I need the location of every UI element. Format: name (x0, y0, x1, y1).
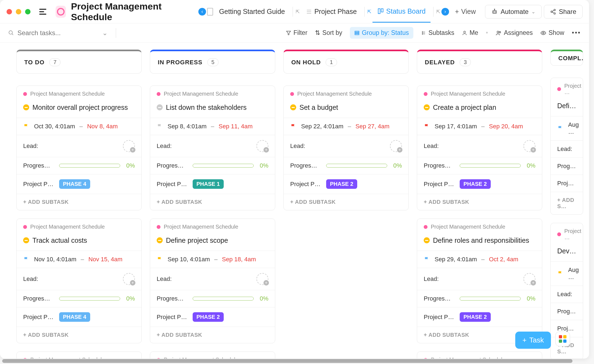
apps-button[interactable] (555, 332, 570, 346)
group-icon (354, 30, 360, 36)
task-card[interactable]: Project Management Schedule Create a pro… (417, 86, 542, 210)
flag-icon (23, 256, 29, 263)
add-subtask-button[interactable]: + ADD SUBTASK (424, 199, 469, 205)
subtasks-icon (421, 30, 426, 36)
add-subtask-button[interactable]: + ADD SUBTASK (424, 332, 469, 338)
column-header[interactable]: COMPL… (550, 50, 583, 66)
assignee-placeholder-icon[interactable] (256, 273, 268, 285)
task-card[interactable]: Project Management Schedule Ensure plan … (16, 351, 142, 359)
svg-line-13 (552, 10, 554, 11)
share-icon (550, 9, 556, 15)
svg-line-16 (12, 34, 13, 35)
collapse-icon[interactable]: ⇱ (436, 9, 440, 15)
column-header[interactable]: DELAYED 3 (417, 50, 542, 74)
phase-badge: PHASE 4 (59, 312, 90, 322)
add-subtask-button[interactable]: + ADD SUBTASK (157, 199, 202, 205)
svg-point-27 (543, 32, 544, 34)
add-view-button[interactable]: + View (450, 5, 481, 18)
task-card[interactable]: Project Management Schedule Allocate pro… (150, 351, 275, 359)
project-dot-icon (424, 358, 428, 359)
list-icon (306, 8, 312, 15)
fab-container: +Task (515, 332, 570, 349)
status-icon (290, 104, 296, 110)
minimize-window-icon[interactable] (16, 9, 21, 14)
progress-bar (193, 164, 254, 168)
tab-getting-started[interactable]: Getting Started Guide (214, 5, 290, 18)
plus-icon: + (522, 336, 526, 344)
task-card[interactable]: Project Management Schedule Track actual… (16, 219, 142, 343)
status-icon (23, 104, 29, 110)
task-card[interactable]: Project … Define g… Aug … Lead: Progress… (550, 78, 583, 215)
me-button[interactable]: Me (462, 29, 478, 37)
person-icon (462, 30, 467, 36)
collapse-icon[interactable]: ⇱ (296, 9, 300, 15)
sort-button[interactable]: ⇅Sort by (315, 29, 342, 37)
column-header[interactable]: IN PROGRESS 5 (150, 50, 275, 74)
assignee-placeholder-icon[interactable] (523, 140, 535, 152)
nav-forward-icon[interactable]: › (441, 8, 449, 16)
status-icon (424, 104, 430, 110)
progress-bar (460, 164, 521, 168)
svg-rect-18 (355, 31, 359, 32)
robot-icon (491, 8, 498, 15)
horizontal-scrollbar[interactable] (2, 359, 572, 363)
more-button[interactable]: ••• (572, 29, 581, 37)
subtasks-button[interactable]: Subtasks (421, 29, 454, 37)
toolbar: ⌄ Filter ⇅Sort by Group by: Status Subta… (0, 23, 589, 43)
assignees-button[interactable]: Assignees (496, 29, 533, 37)
project-dot-icon (23, 225, 27, 229)
phase-badge: PHASE 2 (460, 312, 491, 322)
assignee-placeholder-icon[interactable] (123, 140, 135, 152)
assignee-placeholder-icon[interactable] (123, 273, 135, 285)
group-by-button[interactable]: Group by: Status (350, 27, 413, 39)
svg-line-14 (552, 12, 554, 13)
task-card[interactable]: Project Management Schedule List down th… (150, 86, 275, 210)
search-input[interactable] (17, 29, 99, 37)
svg-marker-17 (286, 31, 290, 35)
task-card[interactable]: Project Management Schedule Set a budget… (283, 86, 409, 210)
svg-point-10 (554, 9, 556, 11)
project-dot-icon (157, 358, 160, 359)
task-card[interactable]: Project Management Schedule Define roles… (417, 219, 542, 343)
column-header[interactable]: ON HOLD 1 (283, 50, 409, 74)
close-window-icon[interactable] (7, 9, 12, 14)
column-in-progress: IN PROGRESS 5 Project Management Schedul… (150, 50, 275, 356)
tab-project-phase[interactable]: Project Phase (301, 5, 362, 18)
project-dot-icon (424, 225, 428, 229)
assignee-placeholder-icon[interactable] (390, 140, 402, 152)
add-subtask-button[interactable]: + ADD SUBTASK (157, 332, 202, 338)
svg-rect-3 (378, 9, 380, 14)
task-card[interactable]: Project Management Schedule Define proje… (150, 219, 275, 343)
menu-icon[interactable] (39, 9, 46, 15)
more-icon: ••• (572, 29, 581, 37)
collapse-icon[interactable]: ⇱ (367, 9, 371, 15)
automate-button[interactable]: Automate ⌄ (485, 5, 542, 19)
svg-point-7 (495, 11, 496, 12)
project-icon (56, 6, 66, 18)
project-dot-icon (424, 92, 428, 96)
show-button[interactable]: Show (540, 29, 564, 37)
column-header[interactable]: TO DO 7 (16, 50, 142, 74)
search-field[interactable]: ⌄ (8, 29, 108, 37)
add-subtask-button[interactable]: + ADD SUBTASK (290, 199, 336, 205)
svg-rect-20 (355, 34, 359, 35)
share-button[interactable]: Share (544, 5, 583, 19)
task-card[interactable]: Project Management Schedule Manage resou… (417, 351, 542, 359)
nav-back-icon[interactable]: ‹ (198, 8, 206, 16)
assignee-placeholder-icon[interactable] (523, 273, 535, 285)
filter-button[interactable]: Filter (286, 29, 307, 37)
new-task-button[interactable]: +Task (515, 332, 551, 349)
assignee-placeholder-icon[interactable] (256, 140, 268, 152)
tab-status-board[interactable]: Status Board (372, 1, 431, 23)
add-subtask-button[interactable]: + ADD SUBTASK (23, 332, 69, 338)
phase-badge: PHASE 2 (193, 312, 224, 322)
chevron-down-icon[interactable]: ⌄ (102, 29, 108, 37)
column-delayed: DELAYED 3 Project Management Schedule Cr… (417, 50, 542, 356)
search-icon (8, 30, 14, 36)
add-subtask-button[interactable]: + ADD SUBTASK (23, 199, 69, 205)
chevron-down-icon: ⌄ (531, 9, 535, 15)
maximize-window-icon[interactable] (25, 9, 31, 14)
task-card[interactable]: Project Management Schedule Monitor over… (16, 86, 142, 210)
status-icon (157, 237, 163, 243)
progress-bar (193, 297, 254, 301)
